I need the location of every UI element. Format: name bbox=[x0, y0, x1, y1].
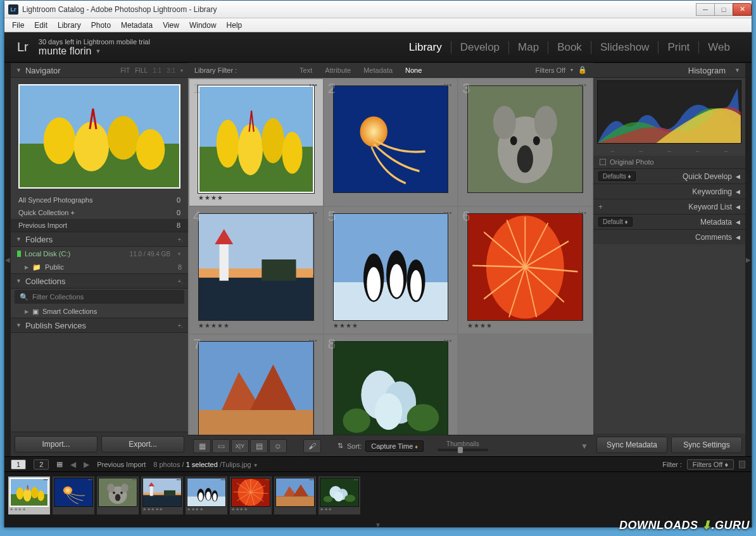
add-folder-icon[interactable]: +. bbox=[177, 236, 183, 243]
filmstrip-cell[interactable]: •••★★★★ bbox=[8, 477, 50, 514]
sort-direction-button[interactable]: ⇅ bbox=[337, 442, 343, 450]
grid-cell[interactable]: 3••• bbox=[458, 79, 592, 206]
filter-collections-input[interactable]: 🔍 Filter Collections bbox=[15, 290, 184, 304]
sync-metadata-button[interactable]: Sync Metadata bbox=[596, 437, 667, 453]
user-menu[interactable]: munte florin ▼ bbox=[39, 46, 150, 57]
toolbar-menu-icon[interactable]: ▼ bbox=[581, 442, 588, 451]
close-button[interactable]: ✕ bbox=[733, 3, 752, 16]
compare-view-button[interactable]: X|Y bbox=[231, 439, 249, 453]
grid-cell[interactable]: 2••• bbox=[324, 79, 458, 206]
module-web[interactable]: Web bbox=[699, 41, 739, 54]
keyword-list-header[interactable]: + Keyword List ◀ bbox=[593, 199, 745, 214]
module-library[interactable]: Library bbox=[400, 41, 451, 54]
catalog-row[interactable]: All Synced Photographs0 bbox=[11, 194, 188, 206]
filter-attribute[interactable]: Attribute bbox=[318, 66, 357, 74]
qd-preset-select[interactable]: Defaults ♦ bbox=[598, 171, 636, 181]
grid-cell[interactable]: 5•••★★★★ bbox=[324, 207, 458, 333]
metadata-preset-select[interactable]: Default ♦ bbox=[598, 217, 633, 227]
filmstrip-cell[interactable]: •••★★★ bbox=[318, 477, 360, 514]
nav-forward-button[interactable]: ▶ bbox=[84, 460, 89, 469]
sync-settings-button[interactable]: Sync Settings bbox=[671, 437, 742, 453]
filter-metadata[interactable]: Metadata bbox=[357, 66, 399, 74]
survey-view-button[interactable]: ▤ bbox=[250, 439, 268, 453]
checkbox-icon[interactable] bbox=[600, 159, 606, 165]
comments-header[interactable]: Comments ◀ bbox=[593, 229, 745, 244]
metadata-header[interactable]: Default ♦ Metadata ◀ bbox=[593, 214, 745, 229]
primary-display-button[interactable]: 1 bbox=[11, 459, 26, 470]
folders-header[interactable]: ▼ Folders +. bbox=[11, 232, 188, 247]
grid-cell[interactable]: 4•••★★★★★ bbox=[189, 207, 323, 333]
filter-none[interactable]: None bbox=[399, 66, 428, 74]
module-develop[interactable]: Develop bbox=[451, 41, 509, 54]
add-keyword-icon[interactable]: + bbox=[598, 203, 603, 211]
add-collection-icon[interactable]: +. bbox=[177, 278, 183, 285]
volume-row[interactable]: Local Disk (C:) 11.0 / 49.4 GB ▼ bbox=[11, 247, 188, 261]
filmstrip-filter-select[interactable]: Filters Off ♦ bbox=[687, 459, 734, 470]
filters-state[interactable]: Filters Off bbox=[536, 66, 565, 74]
catalog-row[interactable]: Quick Collection +0 bbox=[11, 206, 188, 219]
catalog-row[interactable]: Previous Import8 bbox=[11, 219, 188, 232]
navigator-modes[interactable]: FITFILL1:13:1▾ bbox=[120, 67, 183, 74]
minimize-button[interactable]: ─ bbox=[696, 3, 715, 16]
filmstrip-cell[interactable]: •••★★★★★ bbox=[141, 477, 183, 514]
source-label[interactable]: Previous Import bbox=[97, 461, 146, 468]
grid-cell[interactable]: 1•••★★★★ bbox=[189, 79, 323, 206]
grid-cell[interactable]: 8••• bbox=[324, 335, 458, 435]
filmstrip-cell[interactable]: ••• bbox=[97, 477, 139, 514]
filmstrip[interactable]: •••★★★★•••••••••★★★★★•••★★★★•••★★★★•••••… bbox=[4, 471, 752, 522]
module-book[interactable]: Book bbox=[548, 41, 591, 54]
secondary-display-button[interactable]: 2 bbox=[34, 459, 49, 470]
painter-button[interactable]: 🖌 bbox=[303, 439, 321, 453]
maximize-button[interactable]: □ bbox=[714, 3, 733, 16]
original-photo-row[interactable]: Original Photo bbox=[593, 156, 745, 168]
grid-cell[interactable]: 7••• bbox=[189, 335, 323, 435]
grid-cell[interactable]: 6•••★★★★ bbox=[458, 207, 592, 333]
collections-header[interactable]: ▼ Collections +. bbox=[11, 273, 188, 289]
navigator-header[interactable]: ▼ Navigator FITFILL1:13:1▾ bbox=[11, 63, 188, 78]
filmstrip-cell[interactable]: •••★★★★ bbox=[186, 477, 227, 514]
filmstrip-cell[interactable]: ••• bbox=[53, 477, 94, 514]
smart-collections-row[interactable]: ▶ ▣ Smart Collections bbox=[11, 305, 188, 318]
left-edge-toggle[interactable]: ◀ bbox=[4, 63, 11, 456]
module-slideshow[interactable]: Slideshow bbox=[591, 41, 659, 54]
add-publish-icon[interactable]: +. bbox=[177, 322, 183, 329]
menu-help[interactable]: Help bbox=[222, 21, 248, 30]
menu-view[interactable]: View bbox=[158, 21, 184, 30]
menu-edit[interactable]: Edit bbox=[29, 21, 53, 30]
folder-row[interactable]: ▶📁Public8 bbox=[11, 261, 188, 273]
navigator-preview[interactable] bbox=[11, 78, 188, 194]
right-edge-toggle[interactable]: ▶ bbox=[745, 63, 752, 456]
svg-point-85 bbox=[334, 492, 343, 501]
keywording-header[interactable]: Keywording ◀ bbox=[593, 184, 745, 199]
chevron-down-icon[interactable]: ▼ bbox=[253, 463, 258, 468]
publish-header[interactable]: ▼ Publish Services +. bbox=[11, 318, 188, 333]
menu-metadata[interactable]: Metadata bbox=[116, 21, 158, 30]
menu-photo[interactable]: Photo bbox=[86, 21, 116, 30]
menu-window[interactable]: Window bbox=[184, 21, 222, 30]
quick-develop-header[interactable]: Defaults ♦ Quick Develop ◀ bbox=[593, 168, 745, 184]
export-button[interactable]: Export... bbox=[101, 436, 184, 452]
filter-text[interactable]: Text bbox=[293, 66, 318, 74]
sort-field-select[interactable]: Capture Time ♦ bbox=[365, 440, 424, 452]
svg-rect-12 bbox=[334, 86, 448, 192]
grid-view-button[interactable]: ▦ bbox=[193, 439, 211, 453]
loupe-view-button[interactable]: ▭ bbox=[212, 439, 230, 453]
grid-icon[interactable]: ▦ bbox=[56, 460, 63, 468]
filter-lock-icon[interactable] bbox=[739, 461, 745, 468]
lock-icon[interactable]: 🔒 bbox=[578, 66, 587, 74]
nav-back-button[interactable]: ◀ bbox=[70, 460, 76, 469]
thumbnail-grid[interactable]: 1•••★★★★2•••3•••4•••★★★★★5•••★★★★6•••★★★… bbox=[188, 78, 593, 435]
import-button[interactable]: Import... bbox=[15, 436, 98, 452]
histogram-header[interactable]: Histogram ▼ bbox=[593, 63, 745, 78]
chevron-down-icon[interactable]: ▾ bbox=[570, 67, 573, 73]
module-print[interactable]: Print bbox=[658, 41, 699, 54]
filmstrip-cell[interactable]: •••★★★★ bbox=[230, 477, 272, 514]
histogram-display[interactable] bbox=[597, 80, 741, 144]
menu-file[interactable]: File bbox=[7, 21, 29, 30]
menu-library[interactable]: Library bbox=[53, 21, 86, 30]
people-view-button[interactable]: ☺ bbox=[269, 439, 287, 453]
thumbnail-size-slider[interactable]: Thumbnails bbox=[438, 440, 488, 451]
filmstrip-cell[interactable]: ••• bbox=[274, 477, 316, 514]
titlebar[interactable]: Lr Lightroom Catalog - Adobe Photoshop L… bbox=[4, 1, 752, 18]
module-map[interactable]: Map bbox=[509, 41, 548, 54]
